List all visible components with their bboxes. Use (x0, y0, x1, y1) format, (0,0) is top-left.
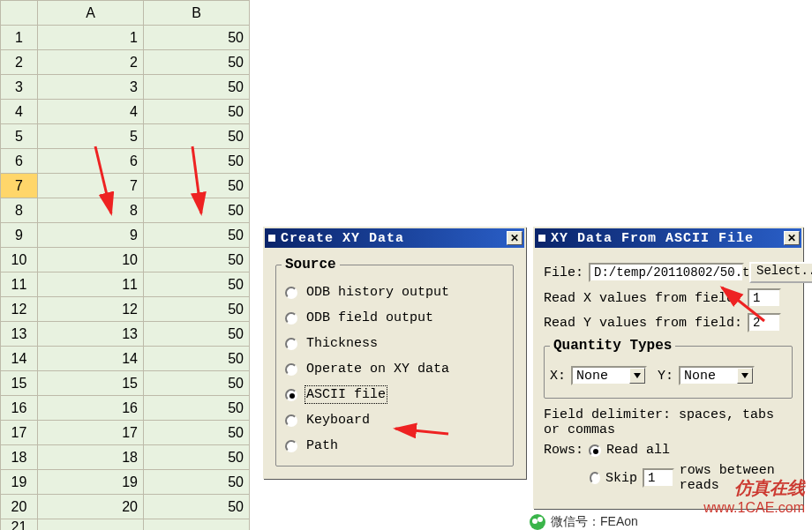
column-header-b[interactable]: B (144, 1, 250, 26)
cell[interactable]: 50 (144, 50, 250, 75)
cell[interactable]: 50 (144, 470, 250, 495)
dialog-titlebar[interactable]: Create XY Data ✕ (265, 228, 524, 248)
row-header[interactable]: 1 (1, 26, 38, 50)
row-header[interactable]: 12 (1, 297, 38, 322)
table-row[interactable]: 7750 (1, 174, 250, 198)
rows-skip-radio[interactable] (590, 472, 600, 484)
row-header[interactable]: 20 (1, 495, 38, 519)
table-row[interactable]: 4450 (1, 100, 250, 124)
table-row[interactable]: 171750 (1, 421, 250, 445)
cell[interactable]: 50 (144, 174, 250, 198)
table-row[interactable]: 1150 (1, 26, 250, 50)
row-header[interactable]: 9 (1, 223, 38, 248)
select-all-corner[interactable] (1, 1, 38, 26)
cell[interactable]: 19 (38, 470, 144, 495)
table-row[interactable]: 6650 (1, 149, 250, 174)
radio-icon[interactable] (285, 338, 297, 350)
cell[interactable]: 50 (144, 396, 250, 421)
radio-icon[interactable] (285, 312, 297, 325)
cell[interactable]: 50 (144, 347, 250, 371)
cell[interactable]: 8 (38, 198, 144, 223)
table-row[interactable]: 8850 (1, 198, 250, 223)
table-row[interactable]: 202050 (1, 495, 250, 519)
cell[interactable]: 50 (144, 248, 250, 272)
cell[interactable]: 17 (38, 421, 144, 445)
cell[interactable]: 50 (144, 124, 250, 149)
radio-icon[interactable] (285, 389, 297, 401)
cell[interactable]: 13 (38, 322, 144, 347)
source-option-keyboard[interactable]: Keyboard (282, 407, 508, 433)
row-header[interactable]: 3 (1, 75, 38, 100)
read-y-input[interactable]: 2 (748, 313, 781, 332)
source-option-path[interactable]: Path (282, 433, 508, 459)
cell[interactable]: 20 (38, 495, 144, 519)
radio-icon[interactable] (285, 363, 297, 376)
row-header[interactable]: 13 (1, 322, 38, 347)
table-row[interactable]: 161650 (1, 396, 250, 421)
cell[interactable]: 50 (144, 421, 250, 445)
radio-icon[interactable] (285, 414, 297, 427)
table-row[interactable]: 181850 (1, 445, 250, 470)
source-option-thickness[interactable]: Thickness (282, 331, 508, 356)
cell[interactable]: 5 (38, 124, 144, 149)
cell[interactable]: 3 (38, 75, 144, 100)
cell[interactable]: 50 (144, 445, 250, 470)
row-header[interactable]: 11 (1, 272, 38, 297)
cell[interactable]: 50 (144, 371, 250, 396)
cell[interactable]: 50 (144, 100, 250, 124)
table-row[interactable]: 3350 (1, 75, 250, 100)
rows-skip-input[interactable]: 1 (643, 468, 674, 488)
close-icon[interactable]: ✕ (507, 231, 523, 245)
table-row[interactable]: 9950 (1, 223, 250, 248)
cell[interactable]: 16 (38, 396, 144, 421)
table-row[interactable]: 151550 (1, 371, 250, 396)
cell[interactable]: 50 (144, 223, 250, 248)
cell[interactable]: 50 (144, 75, 250, 100)
table-row[interactable]: 141450 (1, 347, 250, 371)
source-option-ascii-file[interactable]: ASCII file (282, 382, 508, 407)
table-row[interactable]: 21 (1, 519, 250, 531)
read-x-input[interactable]: 1 (748, 288, 781, 308)
table-row[interactable]: 111150 (1, 272, 250, 297)
table-row[interactable]: 2250 (1, 50, 250, 75)
chevron-down-icon[interactable] (629, 368, 645, 384)
cell[interactable]: 50 (144, 149, 250, 174)
table-row[interactable]: 121250 (1, 297, 250, 322)
row-header[interactable]: 18 (1, 445, 38, 470)
row-header[interactable]: 16 (1, 396, 38, 421)
cell[interactable]: 18 (38, 445, 144, 470)
source-option-odb-history[interactable]: ODB history output (282, 280, 508, 305)
cell[interactable] (144, 519, 250, 531)
source-option-operate-xy[interactable]: Operate on XY data (282, 356, 508, 382)
row-header[interactable]: 10 (1, 248, 38, 272)
qt-x-select[interactable]: None (571, 366, 647, 385)
row-header[interactable]: 14 (1, 347, 38, 371)
row-header[interactable]: 5 (1, 124, 38, 149)
close-icon[interactable]: ✕ (784, 231, 800, 245)
table-row[interactable]: 131350 (1, 322, 250, 347)
rows-readall-radio[interactable] (589, 444, 601, 457)
radio-icon[interactable] (285, 440, 297, 452)
row-header[interactable]: 4 (1, 100, 38, 124)
cell[interactable]: 7 (38, 174, 144, 198)
row-header[interactable]: 8 (1, 198, 38, 223)
cell[interactable]: 9 (38, 223, 144, 248)
cell[interactable]: 4 (38, 100, 144, 124)
row-header[interactable]: 6 (1, 149, 38, 174)
cell[interactable] (38, 519, 144, 531)
cell[interactable]: 50 (144, 495, 250, 519)
radio-icon[interactable] (285, 287, 297, 299)
cell[interactable]: 50 (144, 198, 250, 223)
row-header[interactable]: 2 (1, 50, 38, 75)
qt-y-select[interactable]: None (679, 366, 755, 385)
cell[interactable]: 50 (144, 322, 250, 347)
select-button[interactable]: Select... (749, 262, 812, 283)
spreadsheet[interactable]: A B 115022503350445055506650775088509950… (0, 0, 250, 530)
dialog-titlebar[interactable]: XY Data From ASCII File ✕ (535, 228, 801, 248)
cell[interactable]: 6 (38, 149, 144, 174)
cell[interactable]: 50 (144, 26, 250, 50)
chevron-down-icon[interactable] (737, 368, 753, 384)
row-header[interactable]: 17 (1, 421, 38, 445)
row-header[interactable]: 7 (1, 174, 38, 198)
file-input[interactable]: D:/temp/20110802/50.txt (589, 263, 744, 282)
